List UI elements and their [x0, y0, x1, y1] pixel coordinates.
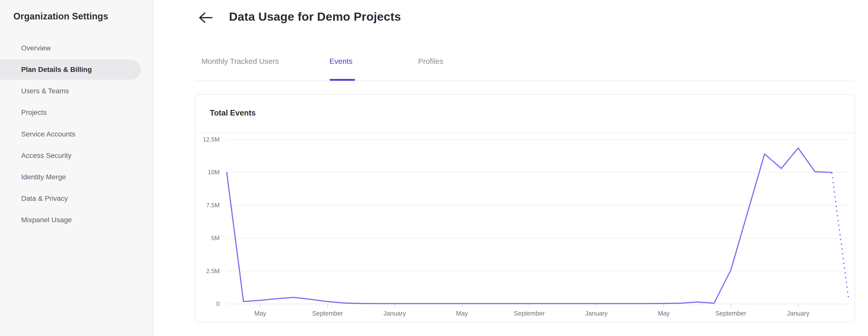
total-events-dotted-projection [832, 172, 848, 299]
tab-monthly-tracked-users[interactable]: Monthly Tracked Users [202, 57, 279, 66]
y-axis-label-12.5M: 12.5M [195, 135, 220, 144]
tab-bar-border [194, 81, 856, 81]
y-axis-label-2.5M: 2.5M [195, 267, 220, 275]
sidebar-item-users-teams[interactable]: Users & Teams [0, 81, 141, 101]
left-arrow-icon [197, 10, 215, 25]
page-title: Data Usage for Demo Projects [229, 9, 401, 24]
x-axis-label-september-1: September [292, 309, 363, 317]
x-axis-label-january-5: January [561, 309, 632, 317]
tab-profiles[interactable]: Profiles [418, 57, 443, 66]
x-axis-label-september-4: September [494, 309, 565, 317]
y-axis-label-0: 0 [195, 300, 220, 308]
tab-events[interactable]: Events [329, 57, 352, 66]
active-tab-underline [330, 79, 355, 81]
sidebar: Organization Settings OverviewPlan Detai… [0, 0, 154, 336]
sidebar-title: Organization Settings [13, 11, 108, 22]
back-button[interactable] [197, 10, 215, 25]
x-axis-label-september-7: September [695, 309, 766, 317]
sidebar-item-data-privacy[interactable]: Data & Privacy [0, 188, 141, 209]
x-axis-label-may-0: May [225, 309, 296, 317]
sidebar-item-projects[interactable]: Projects [0, 102, 141, 123]
x-axis-label-january-8: January [763, 309, 833, 317]
sidebar-item-access-security[interactable]: Access Security [0, 146, 141, 166]
sidebar-item-mixpanel-usage[interactable]: Mixpanel Usage [0, 210, 141, 230]
y-axis-label-10M: 10M [195, 168, 220, 176]
y-axis-label-5M: 5M [195, 234, 220, 242]
y-axis-label-7.5M: 7.5M [195, 201, 220, 209]
x-axis-label-january-2: January [359, 309, 430, 317]
sidebar-item-overview[interactable]: Overview [0, 38, 141, 58]
x-axis-label-may-3: May [427, 309, 497, 317]
events-line-chart[interactable] [195, 95, 855, 322]
sidebar-item-identity-merge[interactable]: Identity Merge [0, 167, 141, 187]
total-events-card: Total Events 12.5M10M7.5M5M2.5M0MaySepte… [195, 94, 855, 323]
x-axis-label-may-6: May [628, 309, 699, 317]
sidebar-item-service-accounts[interactable]: Service Accounts [0, 124, 141, 144]
tab-bar: Monthly Tracked UsersEventsProfiles [0, 57, 868, 81]
total-events-line-series [227, 148, 832, 304]
